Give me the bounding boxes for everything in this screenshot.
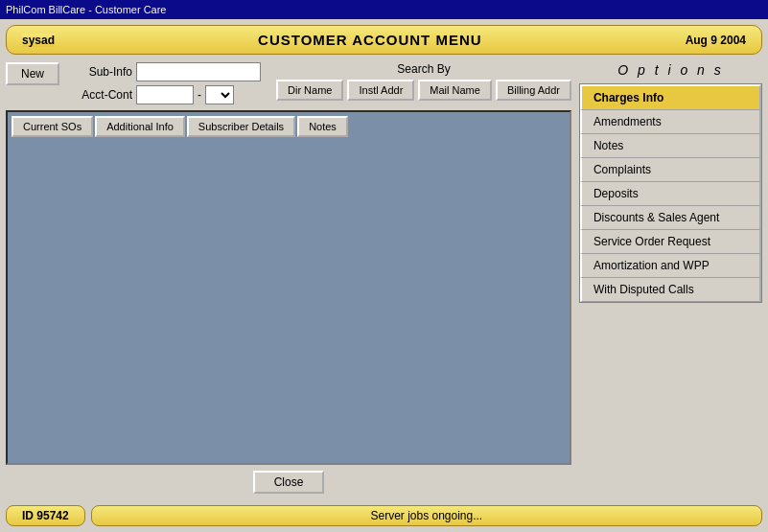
header-date: Aug 9 2004	[686, 34, 746, 47]
acct-input[interactable]	[136, 85, 194, 104]
tab-additional-info[interactable]: Additional Info	[95, 116, 185, 137]
instl-addr-button[interactable]: Instl Addr	[347, 80, 414, 101]
search-buttons: Dir Name Instl Addr Mail Name Billing Ad…	[276, 80, 571, 101]
close-row: Close	[6, 465, 571, 499]
mail-name-button[interactable]: Mail Name	[418, 80, 492, 101]
option-service-order[interactable]: Service Order Request	[580, 230, 761, 254]
billing-addr-button[interactable]: Billing Addr	[496, 80, 571, 101]
option-disputed-calls[interactable]: With Disputed Calls	[580, 278, 761, 302]
option-amendments[interactable]: Amendments	[580, 110, 761, 134]
form-fields: Sub-Info Acct-Cont -	[67, 62, 261, 104]
title-bar: PhilCom BillCare - Customer Care	[0, 0, 768, 19]
tab-current-sos[interactable]: Current SOs	[12, 116, 93, 137]
tab-notes[interactable]: Notes	[297, 116, 348, 137]
tab-subscriber-details[interactable]: Subscriber Details	[187, 116, 295, 137]
acct-cont-row: Acct-Cont -	[67, 85, 261, 104]
right-panel: O p t i o n s Charges Info Amendments No…	[579, 62, 762, 499]
option-deposits[interactable]: Deposits	[580, 182, 761, 206]
sub-info-label: Sub-Info	[67, 65, 132, 79]
new-button[interactable]: New	[6, 62, 59, 85]
options-list: Charges Info Amendments Notes Complaints…	[579, 83, 762, 303]
status-id: ID 95742	[6, 505, 85, 526]
main-container: sysad CUSTOMER ACCOUNT MENU Aug 9 2004 N…	[0, 19, 768, 532]
search-by-area: Search By Dir Name Instl Addr Mail Name …	[276, 62, 571, 101]
option-charges-info[interactable]: Charges Info	[580, 84, 761, 110]
tab-content	[8, 137, 570, 463]
option-notes[interactable]: Notes	[580, 134, 761, 158]
option-discounts-sales[interactable]: Discounts & Sales Agent	[580, 206, 761, 230]
option-amortization[interactable]: Amortization and WPP	[580, 254, 761, 278]
header-user: sysad	[22, 34, 55, 47]
acct-select[interactable]	[205, 85, 234, 104]
option-complaints[interactable]: Complaints	[580, 158, 761, 182]
header-title: CUSTOMER ACCOUNT MENU	[258, 32, 482, 48]
tab-area: Current SOs Additional Info Subscriber D…	[6, 110, 571, 465]
dir-name-button[interactable]: Dir Name	[276, 80, 343, 101]
options-heading: O p t i o n s	[579, 62, 762, 78]
header-bar: sysad CUSTOMER ACCOUNT MENU Aug 9 2004	[6, 25, 762, 55]
tab-bar: Current SOs Additional Info Subscriber D…	[8, 112, 570, 137]
acct-cont-label: Acct-Cont	[67, 88, 132, 102]
content-area: New Sub-Info Acct-Cont - Search By	[6, 62, 762, 499]
top-row: New Sub-Info Acct-Cont - Search By	[6, 62, 571, 104]
window-title: PhilCom BillCare - Customer Care	[6, 4, 167, 15]
status-bar: ID 95742 Server jobs ongoing...	[6, 505, 762, 526]
left-panel: New Sub-Info Acct-Cont - Search By	[6, 62, 571, 499]
sub-info-row: Sub-Info	[67, 62, 261, 81]
close-button[interactable]: Close	[253, 471, 325, 494]
acct-dash: -	[198, 88, 201, 102]
search-by-label: Search By	[397, 62, 450, 76]
sub-info-input[interactable]	[136, 62, 261, 81]
status-message: Server jobs ongoing...	[91, 505, 762, 526]
